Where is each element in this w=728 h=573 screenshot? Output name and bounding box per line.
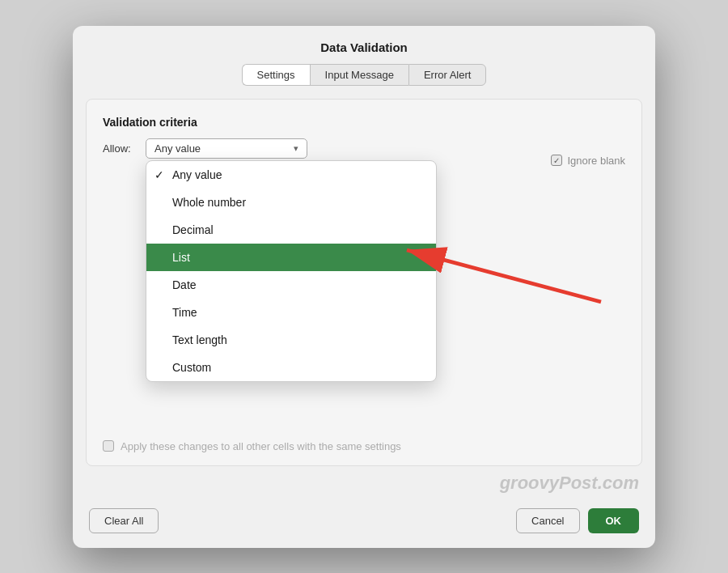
dropdown-item-custom[interactable]: Custom — [146, 354, 436, 381]
allow-row: Allow: Any value Any value Whole number … — [103, 138, 625, 159]
dropdown-item-whole-number[interactable]: Whole number — [146, 189, 436, 216]
ignore-blank-label: Ignore blank — [567, 155, 625, 167]
clear-all-button[interactable]: Clear All — [89, 508, 159, 533]
dropdown-item-date[interactable]: Date — [146, 271, 436, 299]
dialog-title: Data Validation — [73, 26, 655, 64]
tabs-bar: Settings Input Message Error Alert — [73, 64, 655, 99]
dropdown-item-any-value[interactable]: Any value — [146, 161, 436, 189]
dropdown-menu: Any value Whole number Decimal List Date… — [146, 160, 437, 382]
tab-input-message[interactable]: Input Message — [310, 64, 408, 86]
dropdown-item-text-length[interactable]: Text length — [146, 326, 436, 354]
section-title: Validation criteria — [103, 116, 625, 129]
ok-button[interactable]: OK — [588, 508, 640, 533]
ignore-blank-checkbox[interactable]: ✓ — [551, 155, 562, 166]
dropdown-item-time[interactable]: Time — [146, 299, 436, 326]
watermark: groovyPost.com — [73, 466, 655, 497]
dropdown-selected-value: Any value — [154, 142, 201, 155]
allow-dropdown-container: Any value Any value Whole number Decimal… — [146, 138, 307, 159]
dialog-content: Validation criteria Allow: Any value Any… — [86, 99, 642, 466]
dropdown-item-decimal[interactable]: Decimal — [146, 216, 436, 244]
apply-changes-row: Apply these changes to all other cells w… — [103, 432, 625, 452]
ignore-blank-row: ✓ Ignore blank — [551, 155, 625, 167]
tab-settings[interactable]: Settings — [242, 64, 310, 86]
tab-error-alert[interactable]: Error Alert — [408, 64, 487, 86]
footer-right-buttons: Cancel OK — [516, 508, 639, 533]
dropdown-item-list[interactable]: List — [146, 244, 436, 271]
apply-changes-checkbox[interactable] — [103, 440, 114, 452]
allow-dropdown[interactable]: Any value — [146, 138, 307, 159]
cancel-button[interactable]: Cancel — [516, 508, 579, 533]
allow-label: Allow: — [103, 142, 139, 155]
dialog-footer: Clear All Cancel OK — [73, 497, 655, 548]
data-validation-dialog: Data Validation Settings Input Message E… — [73, 26, 655, 548]
apply-changes-label: Apply these changes to all other cells w… — [121, 440, 401, 452]
